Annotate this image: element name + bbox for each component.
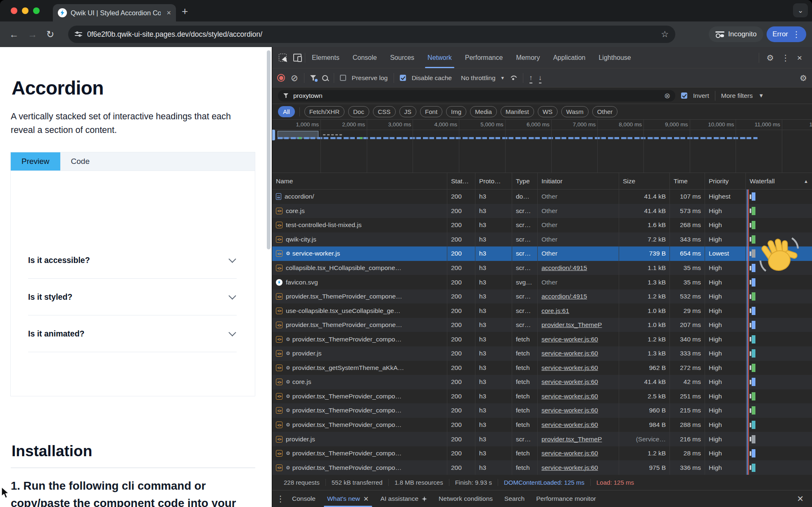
throttling-dropdown-icon[interactable]: ▾ (501, 75, 504, 81)
network-request-row[interactable]: <> core.js 200 h3 scr… Other 41.4 kB 573… (272, 204, 812, 218)
column-header-time[interactable]: Time (670, 173, 705, 189)
more-filters-dropdown-icon[interactable]: ▼ (758, 92, 764, 99)
type-chip-doc[interactable]: Doc (348, 106, 369, 117)
initiator-link[interactable]: service-worker.js:60 (541, 364, 598, 372)
initiator-link[interactable]: service-worker.js:60 (541, 350, 598, 357)
initiator-link[interactable]: service-worker.js:60 (541, 336, 598, 343)
devtools-tab-lighthouse[interactable]: Lighthouse (592, 47, 637, 68)
type-chip-font[interactable]: Font (420, 106, 442, 117)
drawer-tab-close-icon[interactable]: ✕ (363, 495, 369, 503)
tab-preview[interactable]: Preview (11, 152, 60, 171)
throttling-select[interactable]: No throttling (461, 74, 496, 82)
tab-code[interactable]: Code (60, 152, 100, 171)
initiator-link[interactable]: service-worker.js:60 (541, 407, 598, 414)
accordion-trigger[interactable]: Is it animated? (28, 315, 237, 352)
type-chip-ws[interactable]: WS (538, 106, 558, 117)
drawer-tab-console[interactable]: Console (286, 490, 321, 507)
column-header-waterfall[interactable]: Waterfall▲ (746, 173, 812, 189)
devtools-tab-console[interactable]: Console (346, 47, 384, 68)
clear-filter-icon[interactable]: ⊗ (664, 91, 670, 100)
preserve-log-checkbox[interactable] (340, 75, 346, 81)
network-settings-icon[interactable]: ⚙ (800, 73, 807, 83)
drawer-tab-networkconditions[interactable]: Network conditions (433, 490, 499, 507)
export-har-icon[interactable]: ↓ (539, 74, 542, 82)
type-chip-css[interactable]: CSS (373, 106, 396, 117)
column-header-name[interactable]: Name (272, 173, 447, 189)
column-header-initiator[interactable]: Initiator (538, 173, 619, 189)
clear-network-log-icon[interactable]: ⊘ (291, 74, 298, 82)
site-info-icon[interactable] (75, 31, 82, 37)
close-window-button[interactable] (11, 7, 17, 14)
network-overview-timeline[interactable]: 1,000 ms 2,000 ms 3,000 ms 4,000 ms 5,00… (272, 120, 812, 173)
initiator-link[interactable]: service-worker.js:60 (541, 464, 598, 471)
network-request-row[interactable]: <> ⚙ provider.js 200 h3 fetch service-wo… (272, 346, 812, 361)
network-request-row[interactable]: <> ⚙ service-worker.js 200 h3 scr… Other… (272, 246, 812, 261)
reload-button[interactable]: ↻ (46, 29, 54, 40)
import-har-icon[interactable]: ↑ (529, 74, 533, 82)
drawer-tab-search[interactable]: Search (499, 490, 530, 507)
initiator-link[interactable]: service-worker.js:60 (541, 393, 598, 400)
network-request-row[interactable]: <> qwik-city.js 200 h3 scr… Other 7.2 kB… (272, 232, 812, 247)
network-request-row[interactable]: <> ⚙ provider.tsx_ThemeProvider_compo… 2… (272, 460, 812, 475)
network-request-row[interactable]: <> use-collapsible.tsx_useCollapsible_ge… (272, 303, 812, 318)
device-toolbar-icon[interactable] (293, 54, 302, 62)
type-chip-wasm[interactable]: Wasm (561, 106, 589, 117)
record-network-log-button[interactable] (277, 74, 285, 82)
initiator-link[interactable]: accordion/:4915 (541, 293, 587, 300)
zoom-window-button[interactable] (33, 7, 40, 14)
devtools-tab-memory[interactable]: Memory (509, 47, 546, 68)
initiator-link[interactable]: service-worker.js:60 (541, 421, 598, 429)
devtools-tab-performance[interactable]: Performance (458, 47, 510, 68)
network-request-row[interactable]: <> collapsible.tsx_HCollapsible_compone…… (272, 261, 812, 275)
accordion-trigger[interactable]: Is it styled? (28, 279, 237, 315)
drawer-tab-aiassistance[interactable]: AI assistance (375, 490, 433, 507)
more-filters-button[interactable]: More filters (721, 92, 753, 100)
type-chip-fetchxhr[interactable]: Fetch/XHR (304, 106, 344, 117)
network-search-icon[interactable] (322, 75, 328, 81)
page-scrollbar[interactable] (267, 50, 271, 249)
drawer-tab-performancemonitor[interactable]: Performance monitor (530, 490, 602, 507)
devtools-menu-icon[interactable]: ⋮ (781, 53, 790, 63)
devtools-tab-network[interactable]: Network (421, 47, 458, 68)
column-header-stat[interactable]: Stat… (447, 173, 475, 189)
network-request-row[interactable]: <> test-controlled-list-mixed.js 200 h3 … (272, 218, 812, 232)
drawer-close-icon[interactable]: ✕ (797, 494, 808, 504)
network-request-row[interactable]: accordion/ 200 h3 do… Other 41.4 kB 107 … (272, 190, 812, 204)
type-chip-manifest[interactable]: Manifest (501, 106, 534, 117)
forward-button[interactable]: → (28, 29, 37, 40)
new-tab-button[interactable]: + (182, 6, 188, 17)
network-request-row[interactable]: <> ⚙ provider.tsx_ThemeProvider_compo… 2… (272, 332, 812, 346)
network-request-row[interactable]: <> provider.tsx_ThemeProvider_compone… 2… (272, 289, 812, 304)
disable-cache-checkbox[interactable] (400, 75, 406, 81)
column-header-size[interactable]: Size (619, 173, 670, 189)
browser-tab[interactable]: Qwik UI | Styled Accordion Co × (53, 4, 176, 21)
initiator-link[interactable]: core.js:61 (541, 307, 569, 315)
type-chip-js[interactable]: JS (399, 106, 417, 117)
network-request-row[interactable]: favicon.svg 200 h3 svg… Other 1.3 kB 35 … (272, 275, 812, 289)
network-conditions-icon[interactable] (510, 76, 517, 81)
initiator-link[interactable]: service-worker.js:60 (541, 378, 598, 386)
type-chip-media[interactable]: Media (470, 106, 497, 117)
browser-menu-error-button[interactable]: Error ⋮ (767, 26, 806, 42)
network-request-row[interactable]: <> ⚙ provider.tsx_ThemeProvider_compo… 2… (272, 446, 812, 461)
network-request-row[interactable]: <> ⚙ provider.tsx_getSystemTheme_aKkA… 2… (272, 361, 812, 375)
tab-search-button[interactable]: ⌄ (793, 3, 808, 17)
initiator-link[interactable]: provider.tsx_ThemeP (541, 436, 602, 443)
type-chip-img[interactable]: Img (446, 106, 466, 117)
filter-toggle-icon[interactable] (310, 75, 316, 81)
initiator-link[interactable]: accordion/:4915 (541, 264, 587, 272)
initiator-link[interactable]: service-worker.js:60 (541, 450, 598, 457)
inspect-element-icon[interactable] (279, 54, 287, 62)
network-request-row[interactable]: <> ⚙ provider.tsx_ThemeProvider_compo… 2… (272, 418, 812, 432)
devtools-close-icon[interactable]: × (797, 53, 802, 63)
accordion-trigger[interactable]: Is it accessible? (28, 242, 237, 279)
filter-input[interactable]: proxytown ⊗ (278, 90, 675, 102)
devtools-tab-sources[interactable]: Sources (383, 47, 421, 68)
invert-checkbox[interactable] (681, 92, 687, 99)
drawer-menu-icon[interactable]: ⋮ (276, 494, 285, 504)
network-request-row[interactable]: <> ⚙ provider.tsx_ThemeProvider_compo… 2… (272, 389, 812, 404)
network-request-row[interactable]: <> provider.tsx_ThemeProvider_compone… 2… (272, 318, 812, 332)
address-bar[interactable]: 0f6e2f0b.qwik-ui-site.pages.dev/docs/sty… (68, 26, 675, 43)
timeline-selection-handle[interactable] (272, 130, 275, 140)
tab-close-icon[interactable]: × (166, 9, 171, 17)
